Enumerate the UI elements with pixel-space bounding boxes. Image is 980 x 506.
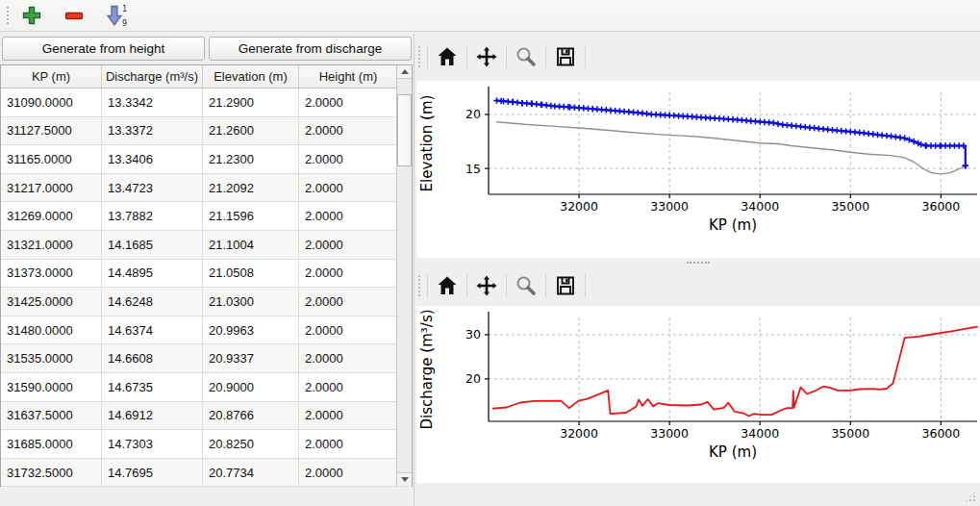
table-cell[interactable]: 2.0000 [299,288,398,316]
table-row[interactable]: 31373.000014.489521.05082.0000 [1,260,412,289]
generate-from-discharge-button[interactable]: Generate from discharge [209,37,412,61]
column-header[interactable]: KP (m) [1,65,102,88]
svg-text:36000: 36000 [921,426,960,441]
table-cell[interactable]: 14.7695 [102,459,203,487]
table-cell[interactable]: 20.8250 [203,430,299,458]
sort-rows-button[interactable]: 1 9 [102,2,131,29]
plot-toolbar-drag-handle[interactable] [417,45,421,68]
table-cell[interactable]: 2.0000 [299,402,398,430]
table-cell[interactable]: 31373.0000 [1,260,102,288]
table-cell[interactable]: 2.0000 [299,117,398,145]
table-cell[interactable]: 2.0000 [299,459,398,487]
table-cell[interactable]: 14.6735 [102,373,203,401]
table-cell[interactable]: 20.7734 [203,459,299,487]
table-row[interactable]: 31090.000013.334221.29002.0000 [1,89,412,117]
table-cell[interactable]: 13.3342 [102,89,203,116]
table-row[interactable]: 31321.000014.168521.10042.0000 [1,231,412,260]
table-cell[interactable]: 13.7882 [102,202,203,230]
table-cell[interactable]: 31535.0000 [1,344,102,372]
table-row[interactable]: 31590.000014.673520.90002.0000 [1,373,412,402]
table-cell[interactable]: 21.2092 [203,174,299,202]
svg-text:34000: 34000 [741,426,779,441]
table-cell[interactable]: 2.0000 [299,145,398,173]
table-row[interactable]: 31165.000013.340621.23002.0000 [1,145,412,174]
table-cell[interactable]: 31321.0000 [1,231,102,259]
home-button[interactable] [428,269,466,302]
table-cell[interactable]: 20.9337 [203,344,299,372]
table-scrollbar[interactable] [396,65,412,486]
table-cell[interactable]: 20.9963 [203,316,299,344]
table-cell[interactable]: 14.4895 [102,260,203,288]
table-cell[interactable]: 31685.0000 [1,430,102,458]
column-header[interactable]: Height (m) [299,65,398,88]
table-cell[interactable]: 21.2600 [203,117,299,145]
table-cell[interactable]: 2.0000 [299,89,398,116]
table-row[interactable]: 31217.000013.472321.20922.0000 [1,174,412,203]
remove-row-button[interactable] [60,2,88,29]
table-cell[interactable]: 31217.0000 [1,174,102,202]
table-cell[interactable]: 14.6608 [102,344,203,372]
svg-text:32000: 32000 [560,199,598,214]
table-cell[interactable]: 20.9000 [203,373,299,401]
table-cell[interactable]: 20.8766 [203,402,299,430]
table-cell[interactable]: 31590.0000 [1,373,102,401]
table-cell[interactable]: 14.6912 [102,402,203,430]
table-cell[interactable]: 2.0000 [299,316,398,344]
table-cell[interactable]: 31269.0000 [1,202,102,230]
table-cell[interactable]: 21.0300 [203,288,299,316]
table-cell[interactable]: 2.0000 [299,373,398,401]
table-cell[interactable]: 31165.0000 [1,145,102,173]
pan-button[interactable] [467,40,506,73]
table-cell[interactable]: 13.4723 [102,174,203,202]
scrollbar-thumb[interactable] [397,94,412,166]
table-cell[interactable]: 14.1685 [102,231,203,259]
table-cell[interactable]: 2.0000 [299,344,398,372]
table-row[interactable]: 31425.000014.624821.03002.0000 [1,288,412,316]
table-cell[interactable]: 21.0508 [203,260,299,288]
table-row[interactable]: 31637.500014.691220.87662.0000 [1,402,412,431]
plot-toolbar-drag-handle[interactable] [417,274,421,297]
zoom-button[interactable] [507,269,545,302]
discharge-chart[interactable]: 32000330003400035000360002030KP (m)Disch… [416,306,980,483]
table-cell[interactable]: 13.3372 [102,117,203,145]
table-row[interactable]: 31732.500014.769520.77342.0000 [1,459,412,488]
table-cell[interactable]: 31732.5000 [1,459,102,487]
table-cell[interactable]: 21.1596 [203,202,299,230]
table-cell[interactable]: 14.7303 [102,430,203,458]
table-row[interactable]: 31127.500013.337221.26002.0000 [1,117,412,146]
generate-from-height-button[interactable]: Generate from height [2,37,205,61]
table-cell[interactable]: 31480.0000 [1,316,102,344]
toolbar-drag-handle[interactable] [6,6,10,25]
scroll-up-button[interactable] [397,65,412,79]
table-cell[interactable]: 21.1004 [203,231,299,259]
save-button[interactable] [546,40,585,73]
table-row[interactable]: 31685.000014.730320.82502.0000 [1,430,412,459]
table-cell[interactable]: 31090.0000 [1,89,102,116]
table-row[interactable]: 31535.000014.660820.93372.0000 [1,344,412,373]
table-cell[interactable]: 14.6374 [102,316,203,344]
table-row[interactable]: 31269.000013.788221.15962.0000 [1,202,412,231]
table-cell[interactable]: 2.0000 [299,231,398,259]
table-cell[interactable]: 31127.5000 [1,117,102,145]
table-cell[interactable]: 14.6248 [102,288,203,316]
scroll-down-button[interactable] [397,472,412,486]
table-cell[interactable]: 31425.0000 [1,288,102,316]
table-row[interactable]: 31480.000014.637420.99632.0000 [1,316,412,345]
table-cell[interactable]: 13.3406 [102,145,203,173]
column-header[interactable]: Elevation (m) [203,65,299,88]
table-cell[interactable]: 2.0000 [299,430,398,458]
table-cell[interactable]: 21.2300 [203,145,299,173]
pan-button[interactable] [467,269,506,302]
home-button[interactable] [428,40,466,73]
home-icon [436,45,459,68]
column-header[interactable]: Discharge (m³/s) [102,65,203,88]
add-row-button[interactable] [17,2,46,29]
table-cell[interactable]: 31637.5000 [1,402,102,430]
elevation-chart[interactable]: 32000330003400035000360001520KP (m)Eleva… [416,81,980,258]
table-cell[interactable]: 2.0000 [299,260,398,288]
table-cell[interactable]: 2.0000 [299,174,398,202]
save-button[interactable] [546,269,585,302]
table-cell[interactable]: 2.0000 [299,202,398,230]
zoom-button[interactable] [507,40,545,73]
table-cell[interactable]: 21.2900 [203,89,299,116]
